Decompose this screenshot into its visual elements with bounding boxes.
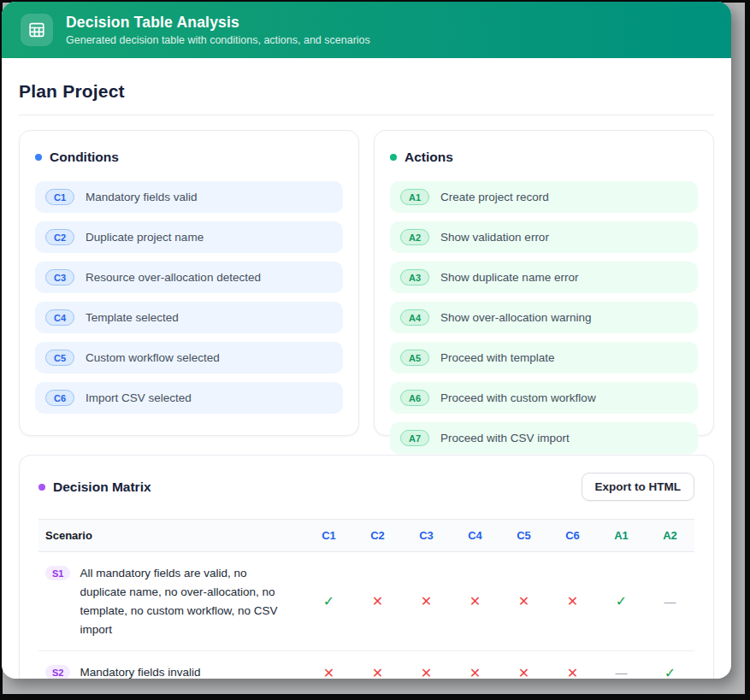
conditions-item-c5: C5Custom workflow selected bbox=[35, 342, 343, 374]
actions-item-label: Show duplicate name error bbox=[440, 271, 578, 284]
dash-glyph: — bbox=[664, 595, 676, 609]
column-header-a1: A1 bbox=[597, 520, 646, 552]
actions-badge: A3 bbox=[400, 269, 429, 285]
cards-row: Conditions C1Mandatory fields validC2Dup… bbox=[19, 130, 714, 436]
conditions-item-c3: C3Resource over-allocation detected bbox=[35, 262, 343, 293]
conditions-badge: C6 bbox=[45, 390, 74, 406]
actions-badge: A6 bbox=[400, 390, 429, 406]
actions-badge: A4 bbox=[400, 309, 429, 326]
column-header-c4: C4 bbox=[451, 520, 499, 552]
conditions-badge: C4 bbox=[45, 309, 74, 326]
conditions-item-label: Mandatory fields valid bbox=[86, 191, 198, 203]
conditions-item-c1: C1Mandatory fields valid bbox=[35, 181, 343, 213]
column-header-c5: C5 bbox=[499, 520, 548, 552]
scenario-description: All mandatory fields are valid, no dupli… bbox=[80, 564, 295, 638]
dash-glyph: — bbox=[616, 666, 628, 679]
actions-badge: A7 bbox=[400, 430, 429, 446]
decision-matrix-card: Decision Matrix Export to HTML ScenarioC… bbox=[19, 455, 714, 679]
actions-list: A1Create project recordA2Show validation… bbox=[390, 181, 698, 454]
conditions-item-c6: C6Import CSV selected bbox=[35, 382, 343, 414]
cross-icon: ✕ bbox=[353, 651, 402, 679]
cross-glyph: ✕ bbox=[372, 666, 383, 679]
cross-icon: ✕ bbox=[402, 552, 451, 651]
decision-matrix-table-head: ScenarioC1C2C3C4C5C6A1A2 bbox=[38, 520, 694, 552]
cross-glyph: ✕ bbox=[323, 666, 334, 679]
app-title: Decision Table Analysis bbox=[66, 14, 370, 32]
conditions-list: C1Mandatory fields validC2Duplicate proj… bbox=[35, 181, 343, 414]
scenario-badge: S2 bbox=[45, 665, 70, 679]
actions-item-a4: A4Show over-allocation warning bbox=[390, 302, 698, 333]
decision-matrix-table-body: S1All mandatory fields are valid, no dup… bbox=[38, 552, 694, 679]
cross-icon: ✕ bbox=[548, 651, 597, 679]
cross-glyph: ✕ bbox=[518, 594, 529, 609]
conditions-bullet-icon bbox=[35, 154, 42, 161]
actions-bullet-icon bbox=[390, 154, 397, 161]
actions-item-a3: A3Show duplicate name error bbox=[390, 262, 698, 293]
actions-item-a1: A1Create project record bbox=[390, 181, 698, 213]
decision-matrix-bullet-icon bbox=[38, 484, 45, 491]
actions-item-label: Proceed with custom workflow bbox=[440, 391, 596, 404]
check-glyph: ✓ bbox=[323, 594, 334, 609]
dash-icon: — bbox=[646, 552, 694, 651]
actions-title-label: Actions bbox=[405, 150, 453, 165]
cross-glyph: ✕ bbox=[421, 594, 432, 609]
conditions-item-label: Template selected bbox=[86, 311, 179, 324]
actions-item-a7: A7Proceed with CSV import bbox=[390, 422, 698, 454]
cross-icon: ✕ bbox=[451, 651, 499, 679]
cross-glyph: ✕ bbox=[469, 594, 481, 609]
actions-card-title: Actions bbox=[390, 150, 698, 165]
scenario-cell-inner: S2Mandatory fields invalid bbox=[44, 663, 299, 679]
cross-glyph: ✕ bbox=[567, 594, 578, 609]
cross-icon: ✕ bbox=[451, 552, 499, 651]
actions-badge: A1 bbox=[400, 189, 429, 205]
scenario-cell-inner: S1All mandatory fields are valid, no dup… bbox=[44, 564, 299, 638]
app-subtitle: Generated decision table with conditions… bbox=[66, 34, 370, 46]
check-glyph: ✓ bbox=[664, 666, 676, 679]
conditions-badge: C5 bbox=[45, 350, 74, 366]
column-header-a2: A2 bbox=[646, 520, 694, 552]
cross-glyph: ✕ bbox=[421, 666, 432, 679]
table-header-row: ScenarioC1C2C3C4C5C6A1A2 bbox=[38, 520, 694, 552]
actions-item-label: Show validation error bbox=[440, 231, 549, 244]
title-divider bbox=[19, 115, 714, 115]
cross-icon: ✕ bbox=[499, 651, 548, 679]
cross-icon: ✕ bbox=[402, 651, 451, 679]
actions-item-a2: A2Show validation error bbox=[390, 221, 698, 253]
check-icon: ✓ bbox=[304, 552, 353, 651]
dash-icon: — bbox=[597, 651, 646, 679]
page-content: Plan Project Conditions C1Mandatory fiel… bbox=[2, 81, 731, 679]
decision-matrix-table: ScenarioC1C2C3C4C5C6A1A2 S1All mandatory… bbox=[38, 519, 694, 679]
app-header: Decision Table Analysis Generated decisi… bbox=[2, 2, 731, 58]
decision-matrix-title: Decision Matrix bbox=[38, 479, 151, 495]
column-header-c1: C1 bbox=[304, 520, 353, 552]
cross-icon: ✕ bbox=[353, 552, 402, 651]
app-header-titles: Decision Table Analysis Generated decisi… bbox=[66, 14, 370, 46]
column-header-c2: C2 bbox=[353, 520, 402, 552]
conditions-item-label: Import CSV selected bbox=[86, 391, 192, 404]
page-title: Plan Project bbox=[19, 81, 714, 102]
actions-item-a5: A5Proceed with template bbox=[390, 342, 698, 374]
conditions-title-label: Conditions bbox=[50, 150, 119, 165]
table-icon bbox=[21, 14, 53, 46]
scenario-description: Mandatory fields invalid bbox=[80, 663, 200, 679]
conditions-badge: C3 bbox=[45, 269, 74, 285]
conditions-item-label: Custom workflow selected bbox=[86, 351, 220, 364]
column-header-scenario: Scenario bbox=[38, 520, 304, 552]
decision-matrix-title-label: Decision Matrix bbox=[53, 479, 151, 495]
actions-item-label: Show over-allocation warning bbox=[440, 311, 591, 324]
column-header-c3: C3 bbox=[402, 520, 451, 552]
check-icon: ✓ bbox=[597, 552, 646, 651]
table-row: S2Mandatory fields invalid✕✕✕✕✕✕—✓ bbox=[38, 651, 694, 679]
conditions-badge: C2 bbox=[45, 229, 74, 245]
cross-icon: ✕ bbox=[304, 651, 353, 679]
cross-icon: ✕ bbox=[499, 552, 548, 651]
export-to-html-button[interactable]: Export to HTML bbox=[582, 473, 695, 501]
check-icon: ✓ bbox=[646, 651, 694, 679]
table-row: S1All mandatory fields are valid, no dup… bbox=[38, 552, 694, 651]
scenario-cell: S2Mandatory fields invalid bbox=[38, 651, 304, 679]
actions-badge: A5 bbox=[400, 350, 429, 366]
cross-glyph: ✕ bbox=[372, 594, 383, 609]
actions-item-label: Create project record bbox=[440, 191, 549, 203]
cross-glyph: ✕ bbox=[469, 666, 481, 679]
conditions-badge: C1 bbox=[45, 189, 74, 205]
